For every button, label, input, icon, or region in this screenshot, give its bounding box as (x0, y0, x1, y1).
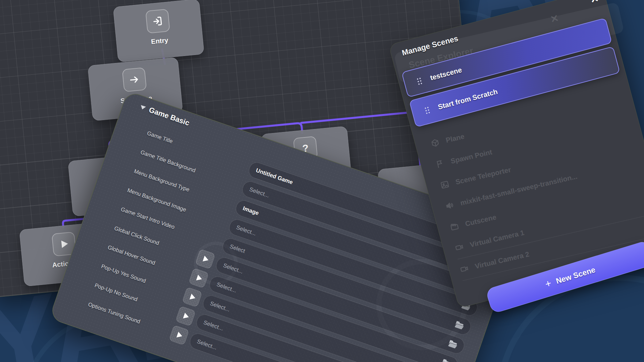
play-sound-button[interactable] (195, 249, 215, 269)
video-camera-icon (454, 242, 465, 253)
graph-node-entry[interactable]: Entry (113, 0, 205, 62)
scene-explorer-item-label: Plane (445, 132, 465, 144)
folder-browse-icon[interactable] (454, 320, 465, 330)
clapper-icon (449, 221, 460, 232)
speaker-icon (444, 200, 455, 211)
new-scene-label: New Scene (555, 265, 596, 286)
scene-explorer-item-label: Scene Teleporter (455, 166, 512, 186)
scene-name: Start from Scratch (437, 87, 498, 111)
drag-handle-icon[interactable] (424, 106, 431, 115)
arrow-right-icon (122, 67, 147, 92)
image-icon (440, 180, 450, 190)
play-sound-button[interactable] (175, 306, 196, 326)
scene-explorer-item-label: Cutscene (464, 213, 497, 228)
play-icon (196, 275, 203, 282)
node-label: Entry (151, 37, 168, 46)
collapse-caret-icon[interactable] (140, 105, 146, 110)
scene-explorer-item: Virtual Camera 1 (453, 190, 644, 259)
play-icon (203, 256, 209, 263)
play-icon (176, 332, 183, 339)
scene-explorer-item-label: Spawn Point (450, 148, 493, 165)
play-sound-button[interactable] (182, 287, 202, 307)
folder-browse-icon[interactable] (447, 340, 458, 349)
drag-handle-icon[interactable] (416, 77, 423, 85)
scene-explorer-item-label: Virtual Camera 1 (469, 229, 525, 249)
video-camera-icon (459, 264, 470, 274)
editor-stage: YAH YAH Entry Sequence ? Selector ? Acti… (0, 0, 644, 362)
scene-name: testscene (429, 66, 463, 82)
scene-explorer-item-label: Virtual Camera 2 (474, 250, 530, 270)
close-icon[interactable]: ✕ (589, 0, 600, 6)
new-scene-button[interactable]: + New Scene (485, 240, 644, 314)
play-sound-button[interactable] (169, 325, 189, 345)
spawn-flag-icon (435, 159, 445, 169)
scene-explorer-item: mixkit-fast-small-sweep-transition... (443, 148, 644, 217)
play-icon (183, 313, 190, 320)
folder-browse-icon[interactable] (441, 358, 452, 362)
cube-icon (430, 138, 440, 148)
plus-icon: + (544, 278, 553, 290)
play-sound-button[interactable] (189, 268, 209, 288)
scene-explorer-item: Cutscene (448, 169, 644, 238)
scene-explorer-item: Scene Teleporter (438, 128, 644, 196)
scene-explorer-close-icon: ✕ (549, 12, 560, 25)
play-icon (190, 294, 196, 301)
scene-explorer-item-label: mixkit-fast-small-sweep-transition... (460, 172, 578, 207)
entry-door-icon (145, 9, 170, 34)
scene-explorer-item: Spawn Point (433, 107, 644, 175)
